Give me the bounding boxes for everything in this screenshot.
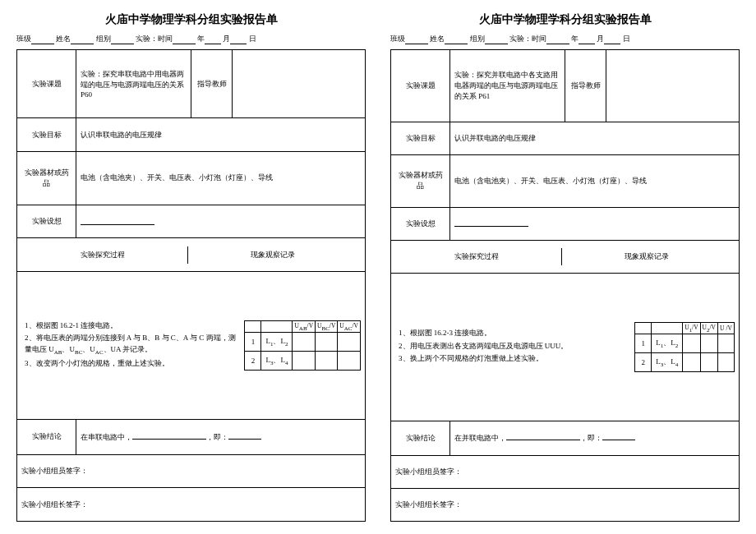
obs-cell: L1、L2 — [261, 333, 293, 352]
teacher-value[interactable] — [606, 50, 740, 122]
obs-cell[interactable] — [338, 333, 361, 352]
concl-mid: ，即： — [580, 434, 602, 442]
topic-label: 实验课题 — [17, 50, 76, 118]
obs-cell[interactable] — [316, 333, 338, 352]
assume-label: 实验设想 — [17, 205, 76, 238]
proc-text: 1、根据图 16.2-3 连接电路。 2、用电压表测出各支路两端电压及电源电压 … — [395, 328, 629, 366]
report-sheet-right: 火庙中学物理学科分组实验报告单 班级 姓名 组别 实验：时间 年 月 日 实验课… — [390, 12, 740, 522]
obs-cell[interactable] — [683, 334, 700, 353]
blank-year[interactable] — [546, 35, 569, 44]
obs-cell[interactable] — [316, 352, 338, 371]
header-line: 班级 姓名 组别 实验：时间 年 月 日 — [390, 34, 740, 44]
blank-group[interactable] — [485, 35, 508, 44]
label-name: 姓名 — [430, 35, 445, 43]
obs-cell[interactable] — [718, 334, 735, 353]
blank-day[interactable] — [230, 35, 247, 44]
sign-leader[interactable]: 实验小组组长签字： — [17, 488, 366, 522]
obs-cell[interactable] — [338, 352, 361, 371]
obs-h — [652, 322, 683, 334]
assume-label: 实验设想 — [391, 207, 450, 240]
blank-class[interactable] — [405, 35, 428, 44]
proc-obs-body: 1、根据图 16.2-3 连接电路。 2、用电压表测出各支路两端电压及电源电压 … — [391, 273, 740, 421]
proc-obs-header: 实验探究过程现象观察记录 — [391, 240, 740, 273]
label-y: 年 — [571, 35, 579, 43]
obs-h: UAC/V — [338, 320, 361, 333]
goal-label: 实验目标 — [391, 122, 450, 154]
equip-label: 实验器材或药品 — [391, 154, 450, 207]
topic-label: 实验课题 — [391, 50, 450, 122]
obs-h: U /V — [718, 322, 735, 334]
teacher-label: 指导教师 — [191, 50, 233, 118]
topic-value: 实验：探究串联电路中用电器两端的电压与电源两端电压的关系 P60 — [76, 50, 191, 118]
obs-cell: 2 — [635, 353, 652, 372]
label-time: 实验：时间 — [136, 35, 173, 43]
obs-cell: 2 — [245, 352, 261, 371]
proc-obs-header: 实验探究过程现象观察记录 — [17, 238, 366, 272]
goal-label: 实验目标 — [17, 118, 76, 152]
obs-cell[interactable] — [700, 353, 717, 372]
obs-cell[interactable] — [683, 353, 700, 372]
concl-pre: 在并联电路中， — [454, 434, 506, 442]
concl-value[interactable]: 在并联电路中，，即： — [450, 421, 740, 455]
obs-h — [635, 322, 652, 334]
blank-year[interactable] — [173, 35, 196, 44]
obs-cell: L3、L4 — [652, 353, 683, 372]
main-table: 实验课题 实验：探究串联电路中用电器两端的电压与电源两端电压的关系 P60 指导… — [16, 49, 366, 522]
obs-h — [245, 320, 261, 333]
obs-cell: L1、L2 — [652, 334, 683, 353]
blank-class[interactable] — [31, 35, 54, 44]
label-group: 组别 — [470, 35, 485, 43]
obs-h: U1/V — [683, 322, 700, 334]
obs-table: U1/V U2/V U /V 1 L1、L2 2 — [634, 322, 735, 372]
proc-item: 2、用电压表测出各支路两端电压及电源电压 UUU。 — [399, 341, 629, 352]
label-m: 月 — [597, 35, 604, 43]
teacher-value[interactable] — [233, 50, 366, 118]
header-line: 班级 姓名 组别 实验：时间 年 月 日 — [16, 34, 366, 44]
obs-cell: 1 — [635, 334, 652, 353]
blank-day[interactable] — [604, 35, 620, 44]
sign-member[interactable]: 实验小组组员签字： — [391, 455, 740, 488]
blank-name[interactable] — [445, 35, 468, 44]
obs-h — [261, 320, 293, 333]
goal-value: 认识并联电路的电压规律 — [450, 122, 740, 154]
label-group: 组别 — [96, 35, 111, 43]
equip-value: 电池（含电池夹）、开关、电压表、小灯泡（灯座）、导线 — [450, 154, 740, 207]
sign-leader[interactable]: 实验小组组长签字： — [391, 488, 740, 521]
obs-cell: L3、L4 — [261, 352, 293, 371]
obs-h: UBC/V — [316, 320, 338, 333]
obs-h: U2/V — [700, 322, 717, 334]
proc-item: 1、根据图 16.2-3 连接电路。 — [399, 328, 629, 339]
blank-month[interactable] — [205, 35, 221, 44]
label-d: 日 — [249, 35, 256, 43]
report-sheet-left: 火庙中学物理学科分组实验报告单 班级 姓名 组别 实验：时间 年 月 日 实验课… — [16, 12, 366, 522]
obs-cell[interactable] — [293, 352, 316, 371]
topic-value: 实验：探究并联电路中各支路用电器两端的电压与电源两端电压的关系 P61 — [450, 50, 565, 122]
assume-value[interactable] — [450, 207, 740, 240]
proc-header: 实验探究过程 — [391, 248, 561, 265]
blank-group[interactable] — [111, 35, 134, 44]
obs-h: UAB/V — [293, 320, 316, 333]
proc-item: 3、改变两个小灯泡的规格，重做上述实验。 — [25, 358, 239, 370]
concl-label: 实验结论 — [391, 421, 450, 455]
assume-value[interactable] — [76, 205, 366, 238]
label-name: 姓名 — [56, 35, 71, 43]
label-time: 实验：时间 — [509, 35, 546, 43]
proc-item: 3、换上两个不同规格的灯泡重做上述实验。 — [399, 353, 629, 365]
label-d: 日 — [623, 35, 630, 43]
proc-header: 实验探究过程 — [17, 246, 187, 264]
proc-item: 2、将电压表的两端分别连接到 A 与 B、B 与 C、A 与 C 两端，测量电压… — [25, 333, 239, 357]
proc-text: 1、根据图 16.2-1 连接电路。 2、将电压表的两端分别连接到 A 与 B、… — [21, 320, 239, 371]
label-y: 年 — [197, 35, 205, 43]
obs-cell[interactable] — [293, 333, 316, 352]
blank-month[interactable] — [579, 35, 595, 44]
sheet-title: 火庙中学物理学科分组实验报告单 — [16, 12, 366, 27]
blank-name[interactable] — [71, 35, 94, 44]
obs-cell[interactable] — [700, 334, 717, 353]
sign-member[interactable]: 实验小组组员签字： — [17, 454, 366, 488]
goal-value: 认识串联电路的电压规律 — [76, 118, 366, 152]
concl-value[interactable]: 在串联电路中，，即： — [76, 420, 366, 455]
teacher-label: 指导教师 — [565, 50, 606, 122]
concl-pre: 在串联电路中， — [81, 433, 132, 441]
obs-cell[interactable] — [718, 353, 735, 372]
concl-label: 实验结论 — [17, 420, 76, 455]
